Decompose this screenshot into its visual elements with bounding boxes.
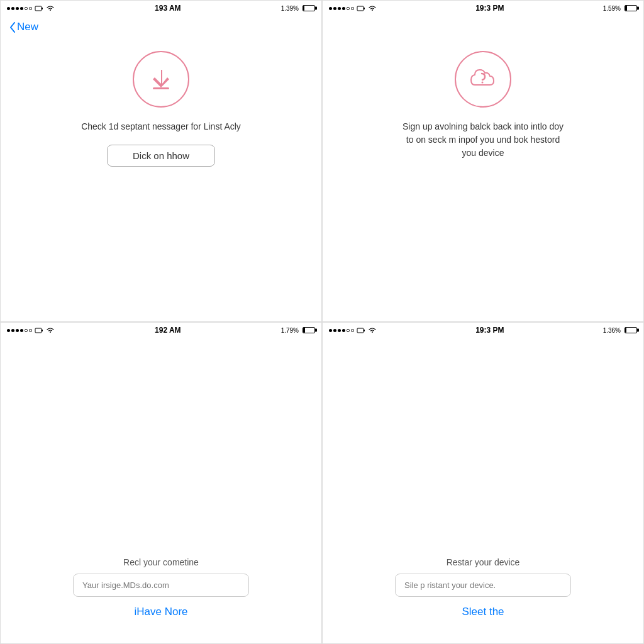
dot5: [25, 7, 28, 10]
cloud-icon-circle: [455, 51, 511, 108]
svg-rect-10: [364, 330, 365, 331]
dot3: [338, 329, 341, 332]
status-left-br: [329, 327, 377, 333]
dot2: [11, 7, 14, 10]
signal-dots-tl: [7, 7, 32, 10]
status-bar-bl: 192 AM 1.79%: [1, 323, 321, 338]
dot6: [29, 7, 32, 10]
signal-dots-bl: [7, 329, 32, 332]
dot6: [351, 329, 354, 332]
svg-rect-7: [35, 328, 42, 333]
dot3: [338, 7, 341, 10]
time-tl: 193 AM: [155, 4, 181, 13]
cell-bottom-right: 19:3 PM 1.36% Restar your device Sleet t…: [322, 322, 644, 644]
field-label-br: Restar your device: [447, 557, 520, 567]
input-field-bl[interactable]: [73, 574, 249, 597]
back-label-tl: New: [17, 21, 38, 33]
nav-bar-tr: [323, 16, 643, 38]
main-grid: 193 AM 1.39% New: [0, 0, 644, 644]
download-icon: [145, 64, 177, 95]
battery-pct-tr: 1.59%: [603, 5, 621, 12]
status-right-br: 1.36%: [603, 327, 637, 334]
wifi-icon-tr: [368, 5, 377, 11]
cell-bottom-left: 192 AM 1.79% Recl your cometine iHave No…: [0, 322, 322, 644]
link-button-br[interactable]: Sleet the: [462, 606, 504, 618]
download-icon-circle: [133, 51, 189, 108]
dot5: [347, 329, 350, 332]
dot2: [11, 329, 14, 332]
time-br: 19:3 PM: [475, 326, 504, 335]
svg-point-6: [482, 82, 484, 84]
dot1: [7, 7, 10, 10]
nav-bar-tl: New: [1, 16, 321, 38]
status-right-bl: 1.79%: [281, 327, 315, 334]
content-br: Restar your device Sleet the: [323, 338, 643, 643]
status-left-bl: [7, 327, 55, 333]
wifi-icon-br: [368, 327, 377, 333]
battery-icon-bl: [303, 327, 315, 333]
svg-rect-9: [357, 328, 364, 333]
screen-icon-tr: [357, 5, 365, 11]
content-bl: Recl your cometine iHave Nore: [1, 338, 321, 643]
field-label-bl: Recl your cometine: [123, 557, 199, 567]
dot6: [29, 329, 32, 332]
screen-icon-br: [357, 327, 365, 333]
dot1: [329, 329, 332, 332]
dot6: [351, 7, 354, 10]
dot1: [7, 329, 10, 332]
action-button-tl[interactable]: Dick on hhow: [107, 145, 215, 167]
dot2: [333, 329, 336, 332]
battery-pct-br: 1.36%: [603, 327, 621, 334]
dot3: [16, 7, 19, 10]
screen-icon-tl: [35, 5, 43, 11]
battery-fill-tl: [303, 6, 304, 11]
dot5: [25, 329, 28, 332]
status-bar-tl: 193 AM 1.39%: [1, 1, 321, 16]
status-left-tl: [7, 5, 55, 11]
signal-dots-tr: [329, 7, 354, 10]
link-button-bl[interactable]: iHave Nore: [134, 606, 187, 618]
dot4: [342, 7, 345, 10]
wifi-icon-tl: [46, 5, 55, 11]
battery-fill-tr: [625, 6, 627, 11]
svg-rect-8: [42, 330, 43, 331]
battery-fill-bl: [303, 328, 305, 333]
dot4: [20, 7, 23, 10]
svg-rect-4: [357, 6, 364, 11]
signal-dots-br: [329, 329, 354, 332]
content-tr: Sign up avolning balck back into intlo d…: [323, 38, 643, 321]
battery-pct-bl: 1.79%: [281, 327, 299, 334]
time-tr: 19:3 PM: [475, 4, 504, 13]
description-tl: Check 1d septant nessager for Linst Acly: [81, 120, 241, 133]
status-left-tr: [329, 5, 377, 11]
svg-marker-2: [153, 70, 169, 87]
input-field-br[interactable]: [395, 574, 571, 597]
battery-icon-tl: [303, 5, 315, 11]
wifi-icon-bl: [46, 327, 55, 333]
dot4: [20, 329, 23, 332]
chevron-left-icon: [9, 22, 16, 33]
battery-pct-tl: 1.39%: [281, 5, 299, 12]
description-tr: Sign up avolning balck back into intlo d…: [401, 120, 565, 160]
cell-top-right: 19:3 PM 1.59% Sign up avolni: [322, 0, 644, 322]
status-bar-br: 19:3 PM 1.36%: [323, 323, 643, 338]
dot1: [329, 7, 332, 10]
time-bl: 192 AM: [155, 326, 181, 335]
status-right-tr: 1.59%: [603, 5, 637, 12]
svg-rect-0: [35, 6, 42, 11]
content-tl: Check 1d septant nessager for Linst Acly…: [1, 38, 321, 321]
svg-rect-1: [42, 8, 43, 9]
svg-rect-3: [153, 87, 169, 89]
screen-icon-bl: [35, 327, 43, 333]
dot3: [16, 329, 19, 332]
dot4: [342, 329, 345, 332]
svg-rect-5: [364, 8, 365, 9]
cell-top-left: 193 AM 1.39% New: [0, 0, 322, 322]
battery-icon-br: [625, 327, 637, 333]
back-button-tl[interactable]: New: [9, 21, 38, 33]
cloud-question-icon: [466, 62, 500, 96]
status-right-tl: 1.39%: [281, 5, 315, 12]
dot5: [347, 7, 350, 10]
status-bar-tr: 19:3 PM 1.59%: [323, 1, 643, 16]
battery-fill-br: [625, 328, 626, 333]
